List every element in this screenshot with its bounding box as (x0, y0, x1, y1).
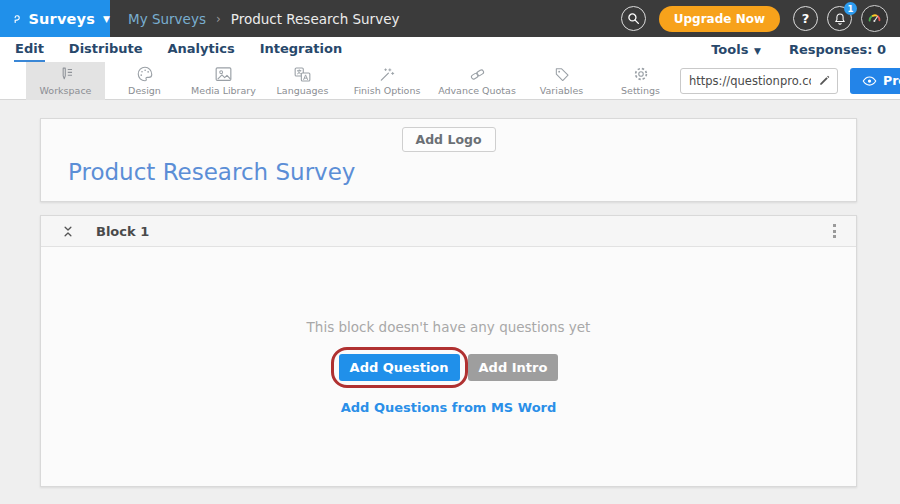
subnav-right: Tools ▼ Responses: 0 (711, 37, 886, 62)
breadcrumb: My Surveys › Product Research Survey (128, 11, 399, 27)
toolbar-item-label: Design (128, 85, 161, 96)
add-question-button[interactable]: Add Question (339, 354, 460, 381)
eye-icon (862, 75, 877, 87)
questionpro-logo-icon (13, 9, 21, 28)
bell-icon (833, 12, 847, 26)
survey-title[interactable]: Product Research Survey (68, 159, 355, 185)
chevron-down-icon: ▼ (754, 46, 761, 56)
survey-editor-content: Add Logo Product Research Survey Block 1… (0, 100, 900, 504)
surveys-label: Surveys (28, 11, 95, 27)
breadcrumb-my-surveys[interactable]: My Surveys (128, 11, 206, 27)
kebab-menu-icon (833, 224, 836, 227)
tab-edit[interactable]: Edit (14, 37, 45, 62)
block-header: Block 1 (41, 216, 856, 247)
notifications-button[interactable]: 1 (827, 6, 852, 31)
help-icon: ? (802, 11, 810, 26)
account-avatar[interactable] (861, 5, 888, 32)
block-menu-button[interactable] (825, 221, 843, 241)
survey-section-nav: Edit Distribute Analytics Integration To… (0, 37, 900, 62)
tab-analytics[interactable]: Analytics (167, 37, 236, 62)
surveys-app-switcher[interactable]: Surveys ▼ (0, 0, 110, 37)
collapse-block-button[interactable] (58, 221, 78, 241)
collapse-icon (62, 225, 74, 238)
add-question-annotated-wrap: Add Question (339, 354, 460, 381)
search-button[interactable] (621, 6, 646, 31)
responses-count: Responses: 0 (789, 42, 886, 57)
toolbar-item-label: Languages (277, 85, 329, 96)
toolbar-item-languages[interactable]: Languages (263, 62, 342, 100)
chevron-down-icon: ▼ (103, 14, 110, 24)
block-title: Block 1 (96, 224, 149, 239)
add-logo-button[interactable]: Add Logo (401, 127, 495, 152)
gear-icon (632, 65, 650, 83)
block-action-buttons: Add Question Add Intro (339, 354, 559, 381)
pencil-list-icon (57, 66, 75, 83)
toolbar-item-label: Finish Options (354, 85, 421, 96)
chain-link-icon (468, 66, 487, 83)
toolbar-item-workspace[interactable]: Workspace (26, 62, 105, 100)
upgrade-now-button[interactable]: Upgrade Now (659, 6, 780, 32)
preview-button[interactable]: Preview (850, 68, 900, 94)
toolbar-item-finish-options[interactable]: Finish Options (342, 62, 432, 100)
toolbar-item-variables[interactable]: Variables (522, 62, 601, 100)
breadcrumb-separator-icon: › (216, 12, 221, 26)
toolbar-item-label: Settings (621, 85, 660, 96)
translate-icon (293, 66, 312, 83)
block-card: Block 1 This block doesn't have any ques… (40, 215, 857, 487)
toolbar-item-label: Advance Quotas (438, 85, 516, 96)
search-icon (627, 12, 640, 25)
help-button[interactable]: ? (793, 6, 818, 31)
add-questions-ms-word-link[interactable]: Add Questions from MS Word (341, 400, 557, 415)
avatar-gauge-icon (866, 10, 883, 27)
tab-distribute[interactable]: Distribute (68, 37, 144, 62)
magic-wand-icon (378, 66, 396, 83)
edit-toolbar: Workspace Design Media Library Languages (0, 62, 900, 100)
empty-block-message: This block doesn't have any questions ye… (307, 319, 591, 335)
pencil-icon[interactable] (818, 74, 831, 87)
toolbar-item-label: Workspace (40, 85, 92, 96)
tools-dropdown[interactable]: Tools ▼ (711, 42, 761, 57)
toolbar-item-label: Variables (540, 85, 583, 96)
block-empty-state: This block doesn't have any questions ye… (41, 247, 856, 486)
toolbar-item-label: Media Library (191, 85, 256, 96)
preview-label: Preview (883, 73, 900, 88)
add-intro-button[interactable]: Add Intro (468, 354, 559, 381)
tag-icon (553, 66, 571, 83)
image-icon (214, 66, 233, 83)
toolbar-item-advance-quotas[interactable]: Advance Quotas (432, 62, 522, 100)
toolbar-item-media-library[interactable]: Media Library (184, 62, 263, 100)
top-navbar: Surveys ▼ My Surveys › Product Research … (0, 0, 900, 37)
survey-url-container (680, 68, 838, 94)
notification-badge: 1 (844, 2, 857, 15)
topbar-actions: Upgrade Now ? 1 (621, 5, 900, 32)
tab-integration[interactable]: Integration (259, 37, 343, 62)
survey-header-card: Add Logo Product Research Survey (40, 118, 857, 202)
toolbar-item-settings[interactable]: Settings (601, 62, 680, 100)
breadcrumb-current-survey: Product Research Survey (231, 11, 400, 27)
palette-icon (136, 65, 154, 83)
survey-url-input[interactable] (680, 68, 838, 94)
toolbar-item-design[interactable]: Design (105, 62, 184, 100)
